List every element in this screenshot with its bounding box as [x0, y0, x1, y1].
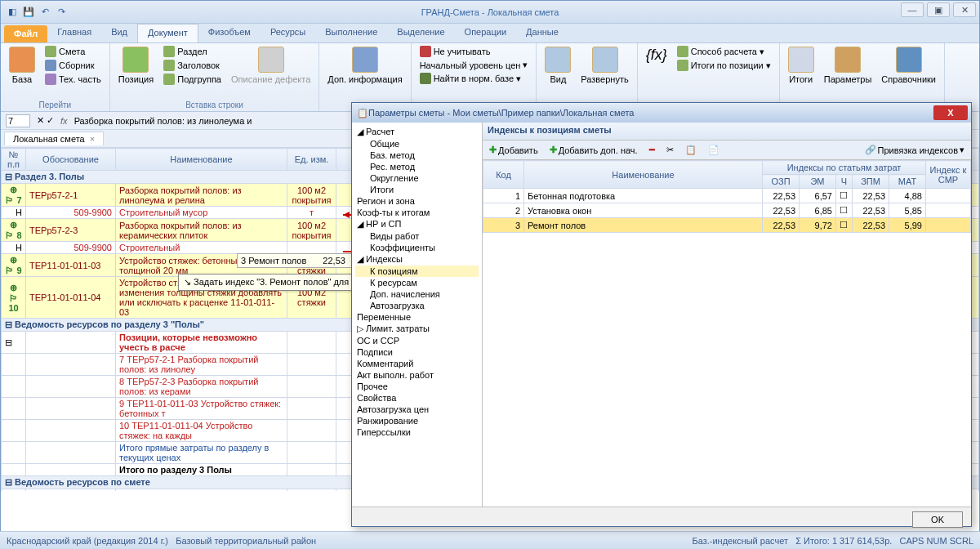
grid-row: 2Установка окон22,536,85☐22,535,85 — [483, 203, 971, 218]
add-dop-button[interactable]: ✚Добавить доп. нач. — [546, 144, 641, 156]
tab-phys[interactable]: Физобъем — [198, 24, 261, 42]
sprav-button[interactable]: Справочники — [878, 45, 939, 86]
dialog-tree[interactable]: ◢ Расчет Общие Баз. метод Рес. метод Окр… — [352, 123, 483, 507]
tab-selection[interactable]: Выделение — [387, 24, 454, 42]
grid-row: 1Бетонная подготовка22,536,57☐22,534,88 — [483, 189, 971, 203]
doctab-close-icon[interactable]: × — [90, 134, 95, 144]
dialog-close-button[interactable]: X — [933, 105, 968, 120]
privyazka-button[interactable]: 🔗 Привязка индексов ▾ — [862, 144, 968, 156]
razvernut-button[interactable]: Развернуть — [577, 45, 631, 86]
close-button[interactable]: ✕ — [953, 2, 976, 17]
itogi-button[interactable]: Итоги — [785, 45, 817, 86]
tab-data[interactable]: Данные — [516, 24, 568, 42]
tab-file[interactable]: Файл — [4, 25, 47, 42]
sposob-button[interactable]: Способ расчета ▾ — [674, 45, 774, 58]
copy-icon[interactable]: 📋 — [682, 144, 700, 156]
razdel-button[interactable]: Раздел — [160, 45, 225, 58]
add-button[interactable]: ✚Добавить — [486, 144, 541, 156]
parameters-dialog: 📋 Параметры сметы - Мои сметы\Пример пап… — [351, 102, 972, 527]
fx-icon: fx — [60, 116, 68, 126]
cut-icon[interactable]: ✂ — [663, 144, 677, 156]
zagolovok-button[interactable]: Заголовок — [160, 59, 225, 72]
app-title: ГРАНД-Смета - Локальная смета — [421, 7, 559, 17]
sbornik-button[interactable]: Сборник — [42, 59, 105, 72]
base-button[interactable]: База — [6, 45, 38, 86]
doctab-item[interactable]: Локальная смета× — [4, 132, 104, 145]
dialog-header: Индексы к позициям сметы — [483, 123, 971, 141]
statusbar: Краснодарский край (редакция 2014 г.) Ба… — [0, 531, 980, 549]
tab-operations[interactable]: Операции — [455, 24, 516, 42]
minimize-button[interactable]: — — [901, 2, 924, 17]
find-norm-button[interactable]: Найти в норм. базе ▾ — [416, 72, 532, 85]
parametry-button[interactable]: Параметры — [821, 45, 875, 86]
paste-icon[interactable]: 📄 — [705, 144, 723, 156]
tech-button[interactable]: Тех. часть — [42, 73, 105, 86]
nach-uroven-button[interactable]: Начальный уровень цен ▾ — [416, 59, 532, 71]
tab-document[interactable]: Документ — [137, 24, 198, 42]
titlebar: ◧ 💾 ↶ ↷ ГРАНД-Смета - Локальная смета — … — [1, 1, 979, 24]
tab-main[interactable]: Главная — [47, 24, 101, 42]
dialog-toolbar: ✚Добавить ✚Добавить доп. нач. ━ ✂ 📋 📄 🔗 … — [483, 141, 971, 160]
ribbon-tabs: Файл Главная Вид Документ Физобъем Ресур… — [1, 24, 979, 43]
smeta-button[interactable]: Смета — [42, 45, 105, 58]
tab-execution[interactable]: Выполнение — [315, 24, 387, 42]
dialog-grid[interactable]: КодНаименованиеИндексы по статьям затрат… — [483, 160, 971, 507]
fx-button[interactable]: {fx} — [643, 45, 670, 65]
defect-button[interactable]: Описание дефекта — [228, 45, 314, 86]
formula-text[interactable]: Разборка покрытий полов: из линолеума и — [74, 116, 252, 126]
dialog-titlebar[interactable]: 📋 Параметры сметы - Мои сметы\Пример пап… — [352, 103, 971, 123]
cell-ref-input[interactable] — [6, 114, 30, 127]
tab-view[interactable]: Вид — [101, 24, 137, 42]
maximize-button[interactable]: ▣ — [927, 2, 950, 17]
save-icon[interactable]: 💾 — [22, 6, 35, 19]
grid-row-selected: 3Ремонт полов22,539,72☐22,535,99 — [483, 218, 971, 233]
tab-resources[interactable]: Ресурсы — [261, 24, 315, 42]
position-button[interactable]: Позиция — [115, 45, 158, 86]
ok-button[interactable]: OK — [912, 511, 963, 528]
tree-node-kpoz: К позициям — [355, 266, 479, 277]
qat-icon[interactable]: ◧ — [6, 6, 19, 19]
vid-button[interactable]: Вид — [541, 45, 574, 86]
itogi-poz-button[interactable]: Итоги по позиции ▾ — [674, 59, 774, 72]
redo-icon[interactable]: ↷ — [55, 6, 68, 19]
undo-icon[interactable]: ↶ — [38, 6, 51, 19]
podgruppa-button[interactable]: Подгруппа — [160, 73, 225, 86]
dopinfo-button[interactable]: Доп. информация — [324, 45, 405, 86]
remove-button[interactable]: ━ — [646, 144, 658, 156]
ne-uchit-button[interactable]: Не учитывать — [416, 45, 532, 58]
